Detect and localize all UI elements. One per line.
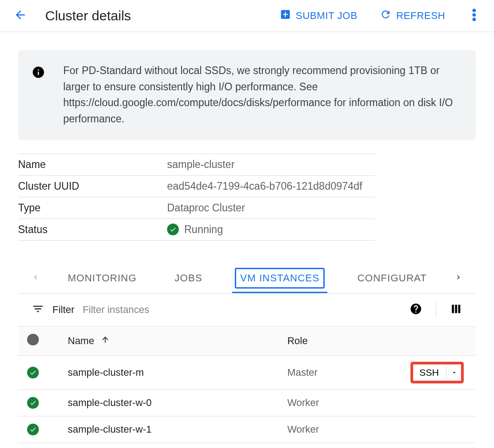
row-name[interactable]: sample-cluster-w-1 <box>59 416 278 443</box>
status-header-icon <box>27 334 39 345</box>
detail-value-type: Dataproc Cluster <box>167 197 375 219</box>
columns-icon[interactable] <box>450 303 462 317</box>
check-circle-icon <box>167 224 179 235</box>
status-badge: Running <box>167 224 375 236</box>
row-status <box>18 355 59 389</box>
refresh-button[interactable]: REFRESH <box>380 9 445 23</box>
detail-label-uuid: Cluster UUID <box>18 175 167 197</box>
row-name[interactable]: sample-cluster-w-0 <box>59 389 278 416</box>
vm-instances-table: Name Role sample-cluster-mMasterSSHsampl… <box>18 326 476 443</box>
detail-label-type: Type <box>18 197 167 219</box>
check-circle-icon <box>27 397 39 409</box>
filter-bar: Filter <box>18 294 476 326</box>
tabs-container: MONITORINGJOBSVM INSTANCESCONFIGURAT <box>18 263 476 294</box>
tab-monitoring[interactable]: MONITORING <box>62 263 142 293</box>
filter-input[interactable] <box>83 304 401 316</box>
detail-label-name: Name <box>18 154 167 175</box>
table-row: sample-cluster-w-0Worker <box>18 389 476 416</box>
plus-box-icon <box>280 9 291 23</box>
tab-configurat[interactable]: CONFIGURAT <box>352 263 432 293</box>
ssh-dropdown-button[interactable] <box>446 364 462 382</box>
tab-jobs[interactable]: JOBS <box>169 263 208 293</box>
svg-point-0 <box>472 9 476 12</box>
table-row: sample-cluster-w-1Worker <box>18 416 476 443</box>
table-header-actions <box>386 326 476 355</box>
row-actions <box>386 389 476 416</box>
info-icon <box>32 65 45 127</box>
row-role: Master <box>278 355 386 389</box>
svg-point-1 <box>472 13 476 17</box>
table-row: sample-cluster-mMasterSSH <box>18 355 476 389</box>
svg-point-2 <box>472 18 476 21</box>
more-options-icon[interactable] <box>468 8 480 23</box>
row-role: Worker <box>278 389 386 416</box>
tabs: MONITORINGJOBSVM INSTANCESCONFIGURAT <box>44 263 450 293</box>
filter-label: Filter <box>52 304 75 316</box>
ssh-button-group: SSH <box>412 363 462 382</box>
filter-icon[interactable] <box>32 303 44 317</box>
detail-label-status: Status <box>18 219 167 240</box>
detail-value-name: sample-cluster <box>167 154 375 175</box>
table-header-name[interactable]: Name <box>59 326 278 355</box>
header-actions: SUBMIT JOB REFRESH <box>280 8 480 23</box>
table-header-status[interactable] <box>18 326 59 355</box>
info-banner: For PD-Standard without local SSDs, we s… <box>18 50 476 140</box>
back-arrow-icon[interactable] <box>14 8 27 23</box>
tab-scroll-right-icon[interactable] <box>450 271 467 285</box>
info-banner-text: For PD-Standard without local SSDs, we s… <box>63 63 462 127</box>
page-header: Cluster details SUBMIT JOB REFRESH <box>0 0 494 32</box>
row-name[interactable]: sample-cluster-m <box>59 355 278 389</box>
row-status <box>18 389 59 416</box>
divider <box>436 302 436 318</box>
help-icon[interactable] <box>410 303 422 317</box>
page-title: Cluster details <box>45 8 131 23</box>
row-actions <box>386 416 476 443</box>
detail-value-uuid: ead54de4-7199-4ca6-b706-121d8d0974df <box>167 175 375 197</box>
check-circle-icon <box>27 367 39 378</box>
row-role: Worker <box>278 416 386 443</box>
table-header-role[interactable]: Role <box>278 326 386 355</box>
row-status <box>18 416 59 443</box>
check-circle-icon <box>27 424 39 435</box>
ssh-button[interactable]: SSH <box>412 364 446 382</box>
cluster-details-table: Name sample-cluster Cluster UUID ead54de… <box>18 154 375 241</box>
tab-vm-instances[interactable]: VM INSTANCES <box>235 263 325 293</box>
sort-asc-icon <box>101 335 110 346</box>
row-actions: SSH <box>386 355 476 389</box>
caret-down-icon <box>451 369 457 376</box>
refresh-icon <box>380 9 391 23</box>
submit-job-button[interactable]: SUBMIT JOB <box>280 9 358 23</box>
tab-scroll-left-icon[interactable] <box>27 271 44 285</box>
